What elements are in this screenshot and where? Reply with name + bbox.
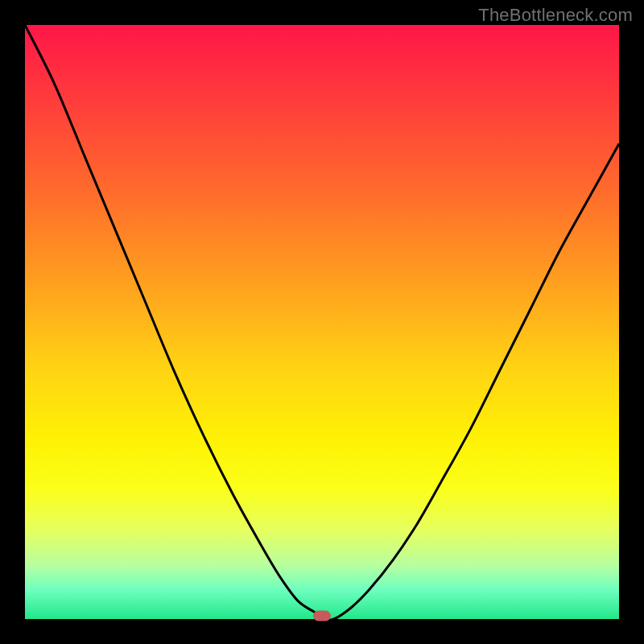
plot-area — [25, 25, 619, 619]
chart-frame: TheBottleneck.com — [0, 0, 644, 644]
watermark-text: TheBottleneck.com — [478, 5, 633, 26]
bottleneck-curve — [25, 25, 619, 619]
optimal-point-marker — [313, 611, 331, 621]
